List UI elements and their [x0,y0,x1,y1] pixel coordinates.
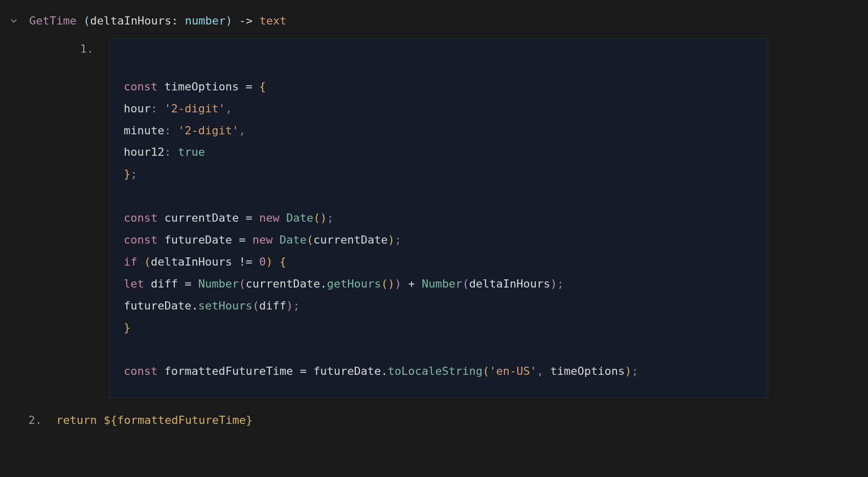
template-close: } [246,414,253,426]
step-2-gutter: 2. [26,410,56,432]
code-line-12: const formattedFutureTime = futureDate.t… [124,361,753,383]
step-1-container: 1. const timeOptions = { hour: '2-digit'… [64,38,860,398]
step-1-number: 1. [80,42,94,55]
function-signature: GetTime (deltaInHours: number) -> text [29,10,286,32]
code-line-1: const timeOptions = { [124,76,753,98]
return-keyword: return [56,414,97,426]
param-type: number [185,14,225,27]
collapse-chevron-icon[interactable] [8,15,20,27]
close-paren: ) [225,14,232,27]
code-line-8: if (deltaInHours != 0) { [124,251,753,273]
step-2-container: 2. return ${formattedFutureTime} [26,410,860,432]
function-signature-row: GetTime (deltaInHours: number) -> text [8,10,860,32]
function-name: GetTime [29,14,77,27]
code-line-10: futureDate.setHours(diff); [124,295,753,317]
step-2-number: 2. [29,414,42,426]
step-1-gutter: 1. [64,38,109,398]
blank-line [124,54,753,76]
code-line-5: }; [124,163,753,185]
blank-line [124,185,753,207]
code-line-3: minute: '2-digit', [124,120,753,142]
code-line-2: hour: '2-digit', [124,98,753,120]
code-line-4: hour12: true [124,141,753,163]
code-line-9: let diff = Number(currentDate.getHours()… [124,273,753,295]
template-variable: formattedFutureTime [117,414,246,426]
arrow: -> [239,14,253,27]
template-open: ${ [104,414,118,426]
code-line-6: const currentDate = new Date(); [124,207,753,229]
param-name: deltaInHours [90,14,171,27]
return-type: text [259,14,286,27]
code-line-11: } [124,317,753,339]
code-line-7: const futureDate = new Date(currentDate)… [124,229,753,251]
code-block[interactable]: const timeOptions = { hour: '2-digit', m… [109,38,768,398]
open-paren: ( [83,14,90,27]
return-statement: return ${formattedFutureTime} [56,410,253,432]
blank-line [124,339,753,361]
